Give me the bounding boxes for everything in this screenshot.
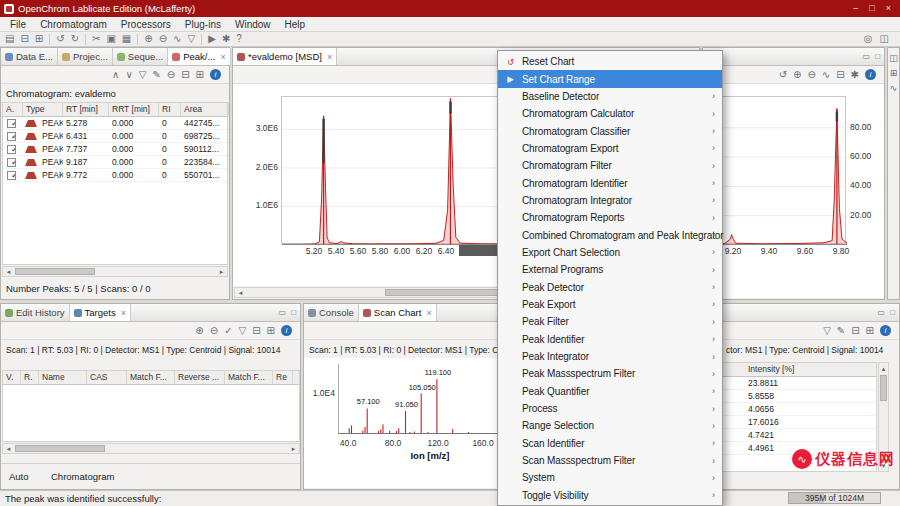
tab-seque[interactable]: Seque... bbox=[113, 48, 168, 65]
menu-item-toggle-visibility[interactable]: Toggle Visibility› bbox=[498, 487, 722, 504]
search-icon[interactable]: ◎ bbox=[864, 34, 873, 44]
zoom-in-icon[interactable]: ⊕ bbox=[793, 70, 801, 80]
peak-active-checkbox[interactable]: ✓ bbox=[7, 171, 16, 180]
minimize-view-icon[interactable]: ▭ bbox=[279, 308, 287, 317]
verify-icon[interactable]: ✓ bbox=[224, 326, 232, 336]
save-all-icon[interactable]: ⊞ bbox=[35, 34, 43, 44]
peak-table[interactable]: A.TypeRT [min]RRT [min]RIArea✓PEAK5.2780… bbox=[2, 102, 228, 265]
info-icon[interactable]: i bbox=[865, 69, 876, 80]
close-button[interactable]: × bbox=[886, 4, 891, 13]
minimize-view-icon[interactable]: ▭ bbox=[863, 52, 871, 61]
table-row[interactable]: ✓PEAK9.1870.0000223584... bbox=[3, 156, 227, 169]
tab-peak[interactable]: Peak/...× bbox=[168, 48, 230, 65]
menu-item-chromatogram-integrator[interactable]: Chromatogram Integrator› bbox=[498, 192, 722, 209]
zoom-in-icon[interactable]: ⊕ bbox=[144, 34, 152, 44]
restore-view-icon[interactable]: ◫ bbox=[888, 53, 899, 63]
paste-icon[interactable]: ▦ bbox=[122, 34, 131, 44]
columns-icon[interactable]: ⊞ bbox=[196, 70, 204, 80]
chart-type-icon[interactable]: ∿ bbox=[822, 70, 830, 80]
menu-item-scan-massspectrum-filter[interactable]: Scan Massspectrum Filter› bbox=[498, 452, 722, 469]
peak-active-checkbox[interactable]: ✓ bbox=[7, 145, 16, 154]
target-scope-combo[interactable]: Chromatogram bbox=[51, 471, 114, 482]
tab-edit-history[interactable]: Edit History bbox=[1, 304, 70, 321]
scroll-thumb[interactable] bbox=[880, 375, 887, 401]
chart-icon[interactable]: ∿ bbox=[173, 34, 181, 44]
maximize-view-icon[interactable]: □ bbox=[890, 308, 895, 317]
menu-item-chromatogram-filter[interactable]: Chromatogram Filter› bbox=[498, 157, 722, 174]
scroll-right-arrow[interactable]: ▸ bbox=[217, 267, 226, 276]
column-header-cas[interactable]: CAS bbox=[87, 371, 127, 384]
table-row[interactable]: ✓PEAK9.7720.0000550701... bbox=[3, 169, 227, 182]
menu-item-chromatogram-calculator[interactable]: Chromatogram Calculator› bbox=[498, 105, 722, 122]
info-icon[interactable]: i bbox=[281, 325, 292, 336]
save-icon[interactable]: ⊟ bbox=[20, 34, 28, 44]
column-header-rrt-min[interactable]: RRT [min] bbox=[109, 103, 159, 116]
run-icon[interactable]: ▶ bbox=[208, 34, 216, 44]
collapse-all-icon[interactable]: ∧ bbox=[112, 70, 119, 80]
filter-icon[interactable]: ▽ bbox=[187, 34, 195, 44]
scroll-right-arrow[interactable]: ▸ bbox=[289, 444, 298, 453]
table-row[interactable]: ✓PEAK6.4310.0000698725... bbox=[3, 130, 227, 143]
targets-table[interactable]: V.R.NameCASMatch F...Reverse ...Match F.… bbox=[2, 370, 300, 442]
menu-item-chromatogram-identifier[interactable]: Chromatogram Identifier› bbox=[498, 174, 722, 191]
chart-position-indicator[interactable] bbox=[459, 245, 497, 256]
chart-peak-view[interactable] bbox=[709, 96, 846, 244]
zoom-out-icon[interactable]: ⊖ bbox=[807, 70, 815, 80]
column-header-re[interactable]: Re bbox=[273, 371, 293, 384]
copy-icon[interactable]: ▣ bbox=[106, 34, 115, 44]
column-header-a[interactable]: A. bbox=[3, 103, 23, 116]
menu-item-peak-integrator[interactable]: Peak Integrator› bbox=[498, 348, 722, 365]
menu-item-peak-identifier[interactable]: Peak Identifier› bbox=[498, 331, 722, 348]
scroll-thumb[interactable] bbox=[15, 445, 105, 452]
columns-icon[interactable]: ⊞ bbox=[267, 326, 275, 336]
peak-table-hscrollbar[interactable]: ◂▸ bbox=[2, 266, 228, 277]
column-header-match-f[interactable]: Match F... bbox=[225, 371, 273, 384]
save-icon[interactable]: ⊟ bbox=[851, 326, 859, 336]
menu-file[interactable]: File bbox=[3, 19, 33, 30]
add-target-icon[interactable]: ⊕ bbox=[195, 326, 203, 336]
scroll-left-arrow[interactable]: ◂ bbox=[236, 288, 245, 297]
menu-item-baseline-detector[interactable]: Baseline Detector› bbox=[498, 88, 722, 105]
edit-icon[interactable]: ✎ bbox=[837, 326, 845, 336]
reset-zoom-icon[interactable]: ↺ bbox=[779, 70, 787, 80]
menu-item-peak-quantifier[interactable]: Peak Quantifier› bbox=[498, 383, 722, 400]
zoom-out-icon[interactable]: ⊖ bbox=[159, 34, 167, 44]
tab-console[interactable]: Console bbox=[304, 304, 359, 321]
info-icon[interactable]: i bbox=[210, 69, 221, 80]
column-header-ri[interactable]: RI bbox=[159, 103, 181, 116]
menu-item-range-selection[interactable]: Range Selection› bbox=[498, 417, 722, 434]
targets-hscrollbar[interactable]: ◂▸ bbox=[2, 443, 300, 454]
expand-all-icon[interactable]: ∨ bbox=[125, 70, 132, 80]
peak-active-checkbox[interactable]: ✓ bbox=[7, 158, 16, 167]
menu-item-scan-identifier[interactable]: Scan Identifier› bbox=[498, 435, 722, 452]
menu-item-chromatogram-export[interactable]: Chromatogram Export› bbox=[498, 140, 722, 157]
perspective-icon[interactable]: ◫ bbox=[880, 34, 889, 44]
close-tab-icon[interactable]: × bbox=[327, 52, 332, 62]
edit-icon[interactable]: ✎ bbox=[152, 70, 160, 80]
column-header-reverse[interactable]: Reverse ... bbox=[175, 371, 225, 384]
column-header-r[interactable]: R. bbox=[21, 371, 39, 384]
tab-projec[interactable]: Projec... bbox=[58, 48, 113, 65]
tab-data-e[interactable]: Data E... bbox=[1, 48, 58, 65]
settings-icon[interactable]: ✱ bbox=[851, 70, 859, 80]
column-header-v[interactable]: V. bbox=[3, 371, 21, 384]
auto-toggle[interactable]: Auto bbox=[9, 471, 29, 482]
tab-evaldemo-msd[interactable]: *evaldemo [MSD]× bbox=[233, 48, 337, 65]
column-header-name[interactable]: Name bbox=[39, 371, 87, 384]
menu-item-set-chart-range[interactable]: ▶Set Chart Range bbox=[498, 70, 722, 87]
close-tab-icon[interactable]: × bbox=[220, 52, 225, 62]
cut-icon[interactable]: ✂ bbox=[92, 34, 100, 44]
table-view-icon[interactable]: ⊞ bbox=[888, 68, 899, 78]
columns-icon[interactable]: ⊞ bbox=[866, 326, 874, 336]
undo-icon[interactable]: ↺ bbox=[56, 34, 64, 44]
save-icon[interactable]: ⊟ bbox=[836, 70, 844, 80]
save-icon[interactable]: ⊟ bbox=[181, 70, 189, 80]
menu-item-peak-export[interactable]: Peak Export› bbox=[498, 296, 722, 313]
menu-help[interactable]: Help bbox=[278, 19, 313, 30]
peak-active-checkbox[interactable]: ✓ bbox=[7, 132, 16, 141]
maximize-button[interactable]: □ bbox=[869, 4, 874, 13]
tab-scan-chart[interactable]: Scan Chart× bbox=[359, 304, 437, 321]
menu-item-combined-chromatogram-and-peak-integrator[interactable]: Combined Chromatogram and Peak Integrato… bbox=[498, 226, 722, 243]
close-tab-icon[interactable]: × bbox=[426, 308, 431, 318]
column-header-match-f[interactable]: Match F... bbox=[127, 371, 175, 384]
